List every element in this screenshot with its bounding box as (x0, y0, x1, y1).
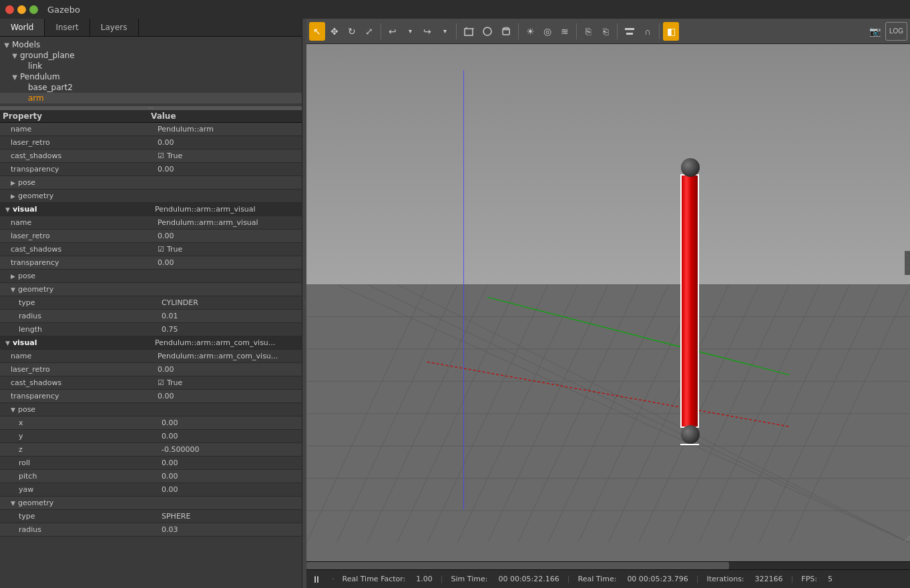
prop-value-name-2[interactable]: Pendulum::arm::arm_visual (155, 217, 302, 228)
prop-value-cast-shadows-3[interactable]: ☑True (155, 377, 302, 388)
prop-value-roll[interactable]: 0.00 (159, 457, 302, 469)
arrow-base-part2 (19, 84, 27, 91)
prop-row-geometry-1[interactable]: ▶ geometry (0, 190, 302, 203)
align-button[interactable] (621, 22, 638, 41)
prop-value-transparency-1[interactable]: 0.00 (155, 164, 302, 175)
scrollbar-thumb[interactable] (306, 562, 729, 569)
copy-button[interactable]: ⎘ (580, 22, 596, 41)
tree-item-link[interactable]: link (0, 61, 302, 71)
tab-world[interactable]: World (0, 19, 45, 36)
minimize-button[interactable] (17, 5, 26, 14)
snap-button[interactable]: ∩ (640, 22, 656, 41)
prop-row-pose-2[interactable]: ▶ pose (0, 270, 302, 283)
prop-value-radius-1[interactable]: 0.01 (159, 310, 302, 322)
prop-row-pose-3[interactable]: ▼ pose (0, 403, 302, 416)
right-viewport-handle[interactable]: · · · (905, 251, 910, 275)
prop-value-visual-1: Pendulum::arm::arm_visual (152, 204, 302, 215)
spot-light-button[interactable]: ◎ (539, 22, 555, 41)
prop-value-x[interactable]: 0.00 (159, 417, 302, 428)
prop-value-transparency-2[interactable]: 0.00 (155, 257, 302, 268)
prop-name-visual-1[interactable]: ▼ visual (0, 204, 152, 215)
cylinder-button[interactable] (497, 22, 515, 41)
sep-2 (456, 23, 457, 39)
prop-name-yaw: yaw (0, 484, 159, 495)
fps-label: FPS: (801, 575, 817, 583)
header-property: Property (3, 111, 151, 121)
prop-row-visual-2[interactable]: ▼ visual Pendulum::arm::arm_com_visu... (0, 336, 302, 350)
corner-resize-handle[interactable] (902, 533, 910, 541)
pause-button[interactable]: ⏸ (312, 574, 321, 585)
rotate-tool-button[interactable]: ↻ (344, 22, 360, 41)
scale-tool-button[interactable]: ⤢ (361, 22, 377, 41)
prop-row-geometry-3[interactable]: ▼ geometry (0, 497, 302, 510)
iterations-value: 322166 (755, 575, 783, 583)
prop-row-roll: roll 0.00 (0, 457, 302, 470)
prop-value-yaw[interactable]: 0.00 (159, 484, 302, 495)
prop-name-geometry-1[interactable]: ▶ geometry (0, 190, 155, 202)
prop-value-cast-shadows-2[interactable]: ☑True (155, 244, 302, 255)
prop-row-visual-1[interactable]: ▼ visual Pendulum::arm::arm_visual (0, 203, 302, 216)
tree-item-pendulum[interactable]: ▼ Pendulum (0, 71, 302, 82)
prop-value-z[interactable]: -0.500000 (159, 444, 302, 455)
prop-name-pose-2[interactable]: ▶ pose (0, 270, 155, 282)
tree-item-base-part2[interactable]: base_part2 (0, 82, 302, 93)
prop-row-type-2: type SPHERE (0, 510, 302, 523)
visual-arrow-2: ▼ (5, 340, 10, 346)
tree-item-models[interactable]: ▼ Models (0, 39, 302, 50)
prop-value-type-1[interactable]: CYLINDER (159, 297, 302, 308)
prop-value-pose-2 (155, 275, 302, 278)
window-controls[interactable] (5, 5, 38, 14)
prop-value-cast-shadows-1[interactable]: ☑True (155, 150, 302, 162)
arrow-models: ▼ (3, 41, 11, 49)
prop-value-type-2[interactable]: SPHERE (159, 511, 302, 522)
translate-tool-button[interactable]: ✥ (326, 22, 343, 41)
prop-value-radius-2[interactable]: 0.03 (159, 524, 302, 535)
prop-value-laser-retro-2[interactable]: 0.00 (155, 230, 302, 242)
prop-value-name-3[interactable]: Pendulum::arm::arm_com_visu... (155, 350, 302, 362)
prop-value-name-1[interactable]: Pendulum::arm (155, 123, 302, 135)
box-button[interactable] (460, 22, 477, 41)
directional-light-button[interactable]: ≋ (557, 22, 573, 41)
undo-button[interactable]: ↩ (385, 22, 401, 41)
label-arm: arm (28, 93, 44, 103)
prop-value-transparency-3[interactable]: 0.00 (155, 390, 302, 402)
point-light-button[interactable]: ☀ (522, 22, 538, 41)
prop-value-pitch[interactable]: 0.00 (159, 471, 302, 482)
prop-name-pose-3[interactable]: ▼ pose (0, 404, 155, 415)
prop-name-visual-2[interactable]: ▼ visual (0, 337, 152, 348)
real-time-factor-value: 1.00 (416, 575, 433, 583)
3d-viewport[interactable]: · · · (306, 44, 910, 561)
log-button[interactable]: LOG (885, 22, 907, 41)
prop-value-pose-1 (155, 182, 302, 184)
prop-value-length-1[interactable]: 0.75 (159, 324, 302, 335)
view-angle-button[interactable]: ◧ (663, 22, 679, 41)
undo-more-button[interactable]: ▾ (402, 22, 418, 41)
prop-value-laser-retro-3[interactable]: 0.00 (155, 364, 302, 375)
prop-row-transparency-3: transparency 0.00 (0, 390, 302, 403)
prop-value-y[interactable]: 0.00 (159, 430, 302, 442)
properties-table[interactable]: name Pendulum::arm laser_retro 0.00 cast… (0, 123, 302, 588)
tree-item-ground-plane[interactable]: ▼ ground_plane (0, 50, 302, 61)
prop-value-geometry-2 (155, 288, 302, 291)
screenshot-button[interactable]: 📷 (866, 22, 884, 41)
redo-button[interactable]: ↪ (419, 22, 435, 41)
prop-value-laser-retro-1[interactable]: 0.00 (155, 137, 302, 148)
maximize-button[interactable] (29, 5, 38, 14)
tab-layers[interactable]: Layers (90, 19, 139, 36)
tab-insert[interactable]: Insert (45, 19, 89, 36)
sphere-button[interactable] (479, 22, 496, 41)
close-button[interactable] (5, 5, 14, 14)
prop-row-pose-1[interactable]: ▶ pose (0, 176, 302, 190)
redo-more-button[interactable]: ▾ (437, 22, 453, 41)
prop-name-pose-1[interactable]: ▶ pose (0, 177, 155, 188)
prop-row-geometry-2[interactable]: ▼ geometry (0, 283, 302, 296)
prop-row-cast-shadows-2: cast_shadows ☑True (0, 243, 302, 256)
select-tool-button[interactable]: ↖ (309, 22, 325, 41)
tree-section: ▼ Models ▼ ground_plane link ▼ Pendulum (0, 37, 302, 106)
horizontal-scrollbar[interactable] (306, 561, 910, 569)
prop-name-geometry-3[interactable]: ▼ geometry (0, 497, 155, 509)
tree-item-arm[interactable]: arm (0, 93, 302, 103)
paste-button[interactable]: ⎗ (598, 22, 614, 41)
prop-name-laser-retro-3: laser_retro (0, 364, 155, 375)
prop-name-geometry-2[interactable]: ▼ geometry (0, 284, 155, 295)
